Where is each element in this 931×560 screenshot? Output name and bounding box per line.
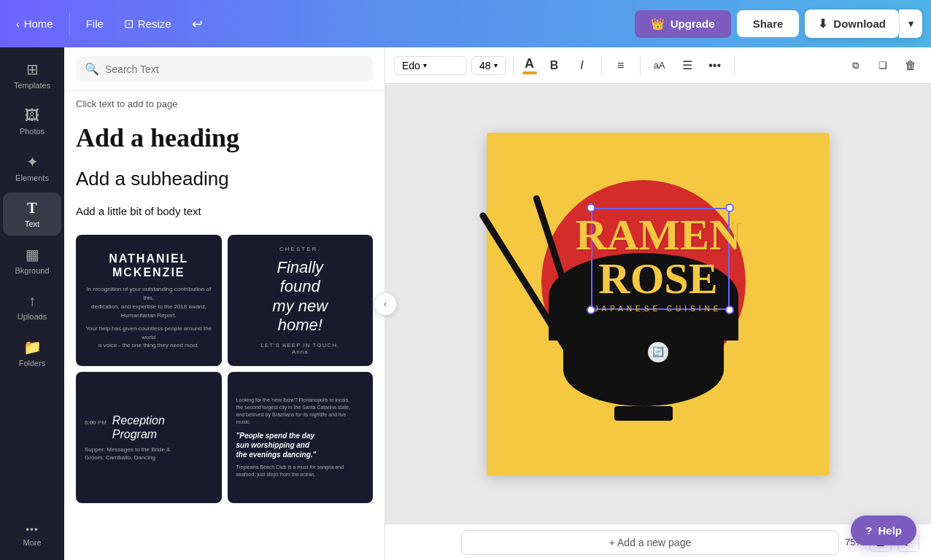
align-button[interactable]: ≡ [609,54,633,77]
font-size-label: 48 [479,60,491,71]
click-to-add-hint: Click text to add to page [64,91,385,117]
beach-quote: "People spend the daysun worshipping and… [236,431,317,459]
home-button[interactable]: ‹ Home [9,13,61,34]
sidebar-item-uploads[interactable]: ↑ Uploads [3,285,61,328]
add-subheading-button[interactable]: Add a subheading [64,162,385,199]
sidebar: ⊞ Templates 🖼 Photos ✦ Elements T Text ▦… [0,47,64,560]
home-label: Home [24,18,53,30]
file-menu-button[interactable]: File [79,13,111,34]
share-button[interactable]: Share [737,10,800,37]
search-input-wrap[interactable]: 🔍 [76,56,373,82]
letter-from: CHESTER. [279,246,320,252]
add-heading-button[interactable]: Add a heading [64,117,385,162]
help-label: Help [878,524,902,537]
more-options-icon: ••• [708,59,721,72]
sidebar-item-folders[interactable]: 📁 Folders [3,331,61,375]
font-family-selector[interactable]: Edo ▾ [394,56,467,75]
download-dropdown-button[interactable]: ▾ [899,9,922,38]
case-icon: aA [654,60,665,71]
canvas-frame[interactable]: RAMEN ROSE JAPANESE CUISINE 🔄 [487,133,830,475]
certificate-body2: Your help has given countless people aro… [85,324,213,349]
share-label: Share [753,18,784,30]
template-card-reception-inner: 6:00 PM ReceptionProgram Supper: Message… [76,372,222,503]
sidebar-item-photos[interactable]: 🖼 Photos [3,100,61,143]
undo-button[interactable]: ↩ [185,12,210,36]
more-icon: ••• [26,524,39,535]
templates-grid: NATHANIELMCKENZIE In recognition of your… [64,226,385,512]
sidebar-item-templates-label: Templates [14,81,50,90]
template-card-certificate-inner: NATHANIELMCKENZIE In recognition of your… [76,235,222,366]
sidebar-item-text-label: Text [25,219,39,228]
toolbar-divider-4 [734,57,735,74]
template-card-letter-inner: CHESTER. Finallyfoundmy newhome! LET'S K… [228,235,374,366]
folders-icon: 📁 [23,338,42,356]
text-panel: 🔍 Click text to add to page Add a headin… [64,47,385,560]
copy-style-button[interactable]: ⧉ [843,54,867,77]
main-area: ⊞ Templates 🖼 Photos ✦ Elements T Text ▦… [0,47,931,560]
sidebar-item-elements[interactable]: ✦ Elements [3,146,61,190]
italic-button[interactable]: I [571,54,594,77]
template-card-reception[interactable]: 6:00 PM ReceptionProgram Supper: Message… [76,372,222,503]
align-icon: ≡ [617,59,624,72]
template-card-letter[interactable]: CHESTER. Finallyfoundmy newhome! LET'S K… [228,235,374,366]
download-button[interactable]: ⬇ Download [805,9,899,38]
trash-icon: 🗑 [905,59,916,72]
sidebar-item-uploads-label: Uploads [18,312,47,321]
sidebar-item-background[interactable]: ▦ Bkground [3,238,61,282]
bold-button[interactable]: B [543,54,566,77]
sidebar-item-more-label: More [23,538,41,547]
list-button[interactable]: ☰ [676,54,699,77]
refresh-icon[interactable]: 🔄 [648,342,668,362]
toolbar-divider-2 [601,57,602,74]
crown-icon: 👑 [651,18,665,31]
search-bar: 🔍 [64,47,385,91]
download-group: ⬇ Download ▾ [805,9,922,38]
text-icon: T [27,200,36,217]
case-button[interactable]: aA [648,54,671,77]
font-size-selector[interactable]: 48 ▾ [471,56,506,75]
font-size-chevron-icon: ▾ [494,61,498,69]
template-card-beach-inner: Looking for the 'new Ibiza'? Florianopol… [228,372,374,503]
reception-time: 6:00 PM [85,419,107,426]
ramen-text-overlay: RAMEN ROSE JAPANESE CUISINE [571,213,746,313]
chevron-down-icon: ▾ [908,18,913,29]
toolbar-divider-3 [640,57,641,74]
letter-title: Finallyfoundmy newhome! [272,258,328,335]
canvas-area: Edo ▾ 48 ▾ A B I ≡ aA [385,47,931,560]
help-icon: ? [865,524,872,537]
template-card-beach[interactable]: Looking for the 'new Ibiza'? Florianopol… [228,372,374,503]
help-button[interactable]: ? Help [851,516,916,545]
canvas-scroll[interactable]: RAMEN ROSE JAPANESE CUISINE 🔄 [385,84,931,524]
resize-label: Resize [138,18,171,30]
toolbar-divider-1 [513,57,514,74]
certificate-name: NATHANIELMCKENZIE [109,252,188,279]
letter-footer: LET'S KEEP IN TOUCH.Anna [260,342,339,355]
bold-icon: B [550,59,559,72]
reception-sub: Supper: Messages to the Bride &Groom. Ca… [85,446,170,462]
add-body-button[interactable]: Add a little bit of body text [64,199,385,226]
duplicate-button[interactable]: ❑ [871,54,895,77]
resize-button[interactable]: ⊡ Resize [117,12,179,35]
search-input[interactable] [105,63,364,75]
add-page-button[interactable]: + Add a new page [461,530,839,555]
copy-style-icon: ⧉ [852,60,859,71]
collapse-panel-button[interactable]: ‹ [374,292,397,316]
list-icon: ☰ [682,58,692,72]
sidebar-item-templates[interactable]: ⊞ Templates [3,53,61,97]
sidebar-item-elements-label: Elements [15,174,49,182]
more-options-button[interactable]: ••• [703,54,727,77]
font-color-button[interactable]: A [521,55,538,76]
font-color-letter: A [525,56,534,71]
templates-icon: ⊞ [26,61,39,78]
font-toolbar: Edo ▾ 48 ▾ A B I ≡ aA [385,47,931,84]
template-card-certificate[interactable]: NATHANIELMCKENZIE In recognition of your… [76,235,222,366]
upgrade-button[interactable]: 👑 Upgrade [635,10,731,38]
font-color-swatch [522,71,537,74]
add-page-label: + Add a new page [609,537,692,548]
sidebar-item-more[interactable]: ••• More [3,516,61,554]
delete-button[interactable]: 🗑 [899,54,922,77]
beach-body: Looking for the 'new Ibiza'? Florianopol… [236,397,350,425]
sidebar-item-text[interactable]: T Text [3,192,61,236]
uploads-icon: ↑ [28,292,36,309]
chevron-left-icon: ‹ [16,18,20,30]
